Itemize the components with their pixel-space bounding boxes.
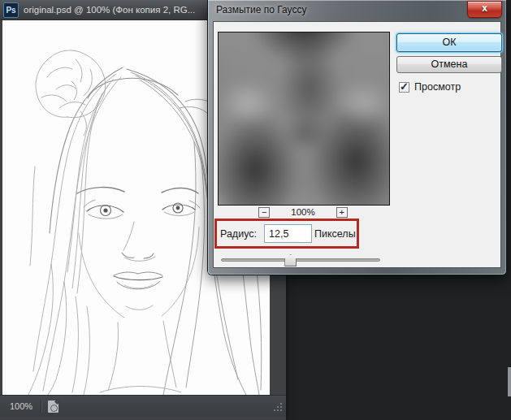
- blur-preview-box[interactable]: [218, 32, 390, 206]
- preview-checkbox-label[interactable]: Просмотр: [414, 81, 461, 93]
- radius-units-label: Пикселы: [314, 228, 356, 240]
- photoshop-workspace: Ps original.psd @ 100% (Фон копия 2, RG.…: [0, 0, 511, 420]
- dialog-titlebar[interactable]: Размытие по Гауссу x: [208, 0, 506, 21]
- status-zoom-value[interactable]: 100%: [10, 401, 32, 411]
- right-edge-panel-sliver: [508, 367, 511, 396]
- cancel-button[interactable]: Отмена: [396, 56, 502, 73]
- radius-input[interactable]: [264, 224, 312, 243]
- preview-zoom-controls: − 100% +: [218, 206, 388, 219]
- radius-label: Радиус:: [220, 228, 257, 240]
- radius-row: Радиус: Пикселы: [214, 223, 401, 246]
- preview-zoom-level: 100%: [291, 207, 314, 217]
- ok-button[interactable]: ОК: [396, 33, 502, 52]
- photoshop-app-icon: Ps: [3, 2, 19, 18]
- zoom-out-button[interactable]: −: [258, 207, 270, 218]
- gaussian-blur-dialog: Размытие по Гауссу x − 100% + Радиус: Пи…: [208, 0, 506, 275]
- document-title: original.psd @ 100% (Фон копия 2, RG...: [24, 5, 195, 15]
- preview-checkbox-row[interactable]: ✓ Просмотр: [399, 81, 461, 93]
- preview-checkbox[interactable]: ✓: [399, 82, 409, 93]
- dialog-title: Размытие по Гауссу: [216, 4, 306, 15]
- radius-slider[interactable]: [221, 254, 380, 266]
- close-icon: x: [482, 2, 487, 14]
- document-status-icon[interactable]: [48, 401, 58, 413]
- status-divider: [41, 400, 41, 413]
- close-button[interactable]: x: [467, 1, 502, 18]
- document-statusbar: 100%: [0, 395, 286, 417]
- blur-preview-image: [218, 32, 390, 206]
- resize-grip-icon[interactable]: [271, 401, 284, 414]
- slider-thumb[interactable]: [284, 254, 297, 266]
- checkbox-check-icon: ✓: [400, 80, 409, 93]
- slider-track[interactable]: [221, 258, 380, 262]
- dialog-body: − 100% + Радиус: Пикселы ОК Отмена ✓ Пр: [213, 21, 501, 268]
- zoom-in-button[interactable]: +: [336, 207, 348, 218]
